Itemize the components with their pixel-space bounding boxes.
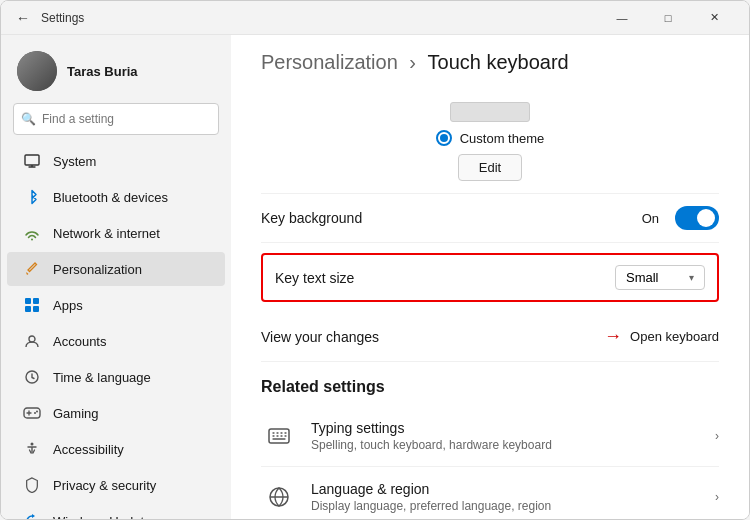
chevron-right-icon-2: › — [715, 490, 719, 504]
sidebar-label-accessibility: Accessibility — [53, 442, 124, 457]
sidebar-label-system: System — [53, 154, 96, 169]
avatar-image — [17, 51, 57, 91]
related-settings-title: Related settings — [261, 378, 719, 396]
sidebar-label-network: Network & internet — [53, 226, 160, 241]
sidebar: Taras Buria 🔍 System Bluetooth & devices — [1, 35, 231, 519]
sidebar-item-accounts[interactable]: Accounts — [7, 324, 225, 358]
key-background-row: Key background On — [261, 194, 719, 243]
user-profile: Taras Buria — [1, 43, 231, 103]
view-changes-label: View your changes — [261, 329, 379, 345]
gaming-icon — [23, 404, 41, 422]
sidebar-label-update: Windows Update — [53, 514, 151, 520]
sidebar-item-network[interactable]: Network & internet — [7, 216, 225, 250]
apps-icon — [23, 296, 41, 314]
breadcrumb-parent[interactable]: Personalization — [261, 51, 398, 73]
typing-subtitle: Spelling, touch keyboard, hardware keybo… — [311, 438, 552, 452]
minimize-button[interactable]: — — [599, 1, 645, 35]
back-button[interactable]: ← — [13, 8, 33, 28]
custom-theme-label: Custom theme — [460, 131, 545, 146]
breadcrumb: Personalization › Touch keyboard — [261, 51, 719, 74]
key-text-size-row: Key text size Small ▾ — [261, 253, 719, 302]
time-icon — [23, 368, 41, 386]
theme-section: Custom theme Edit — [261, 94, 719, 194]
sidebar-item-update[interactable]: Windows Update — [7, 504, 225, 519]
svg-point-9 — [34, 412, 36, 414]
search-input[interactable] — [13, 103, 219, 135]
maximize-button[interactable]: □ — [645, 1, 691, 35]
related-item-language[interactable]: Language & region Display language, pref… — [261, 467, 719, 519]
search-icon: 🔍 — [21, 112, 36, 126]
content-inner: Personalization › Touch keyboard Custom … — [231, 35, 749, 519]
key-background-value: On — [642, 211, 659, 226]
search-box: 🔍 — [13, 103, 219, 135]
sidebar-label-bluetooth: Bluetooth & devices — [53, 190, 168, 205]
chevron-right-icon: › — [715, 429, 719, 443]
network-icon — [23, 224, 41, 242]
typing-title: Typing settings — [311, 420, 552, 436]
svg-point-6 — [29, 336, 35, 342]
titlebar: ← Settings — □ ✕ — [1, 1, 749, 35]
window-controls: — □ ✕ — [599, 1, 737, 35]
custom-theme-radio[interactable] — [436, 130, 452, 146]
language-text: Language & region Display language, pref… — [311, 481, 551, 513]
accounts-icon — [23, 332, 41, 350]
toggle-row: On — [642, 206, 719, 230]
svg-rect-0 — [25, 155, 39, 165]
breadcrumb-current: Touch keyboard — [428, 51, 569, 73]
sidebar-item-privacy[interactable]: Privacy & security — [7, 468, 225, 502]
accessibility-icon — [23, 440, 41, 458]
sidebar-label-time: Time & language — [53, 370, 151, 385]
related-item-typing[interactable]: Typing settings Spelling, touch keyboard… — [261, 406, 719, 467]
user-name: Taras Buria — [67, 64, 138, 79]
sidebar-label-accounts: Accounts — [53, 334, 106, 349]
system-icon — [23, 152, 41, 170]
edit-button[interactable]: Edit — [458, 154, 522, 181]
key-text-size-value: Small — [626, 270, 659, 285]
sidebar-item-system[interactable]: System — [7, 144, 225, 178]
avatar — [17, 51, 57, 91]
svg-point-1 — [31, 239, 33, 241]
sidebar-item-accessibility[interactable]: Accessibility — [7, 432, 225, 466]
sidebar-item-gaming[interactable]: Gaming — [7, 396, 225, 430]
svg-rect-5 — [33, 306, 39, 312]
key-text-size-dropdown[interactable]: Small ▾ — [615, 265, 705, 290]
svg-point-10 — [36, 411, 38, 413]
main-layout: Taras Buria 🔍 System Bluetooth & devices — [1, 35, 749, 519]
window-title: Settings — [41, 11, 84, 25]
privacy-icon — [23, 476, 41, 494]
svg-point-11 — [31, 443, 34, 446]
svg-rect-3 — [33, 298, 39, 304]
key-text-size-label: Key text size — [275, 270, 354, 286]
key-background-label: Key background — [261, 210, 362, 226]
sidebar-item-apps[interactable]: Apps — [7, 288, 225, 322]
close-button[interactable]: ✕ — [691, 1, 737, 35]
sidebar-label-gaming: Gaming — [53, 406, 99, 421]
language-icon — [261, 479, 297, 515]
typing-text: Typing settings Spelling, touch keyboard… — [311, 420, 552, 452]
svg-rect-4 — [25, 306, 31, 312]
sidebar-item-personalization[interactable]: Personalization — [7, 252, 225, 286]
sidebar-item-bluetooth[interactable]: Bluetooth & devices — [7, 180, 225, 214]
open-keyboard-button[interactable]: → Open keyboard — [604, 326, 719, 347]
language-title: Language & region — [311, 481, 551, 497]
update-icon — [23, 512, 41, 519]
sidebar-label-apps: Apps — [53, 298, 83, 313]
dropdown-arrow-icon: ▾ — [689, 272, 694, 283]
titlebar-left: ← Settings — [13, 8, 84, 28]
view-changes-row: View your changes → Open keyboard — [261, 312, 719, 362]
theme-preview — [450, 102, 530, 122]
svg-rect-2 — [25, 298, 31, 304]
key-background-toggle[interactable] — [675, 206, 719, 230]
sidebar-label-privacy: Privacy & security — [53, 478, 156, 493]
sidebar-item-time[interactable]: Time & language — [7, 360, 225, 394]
open-keyboard-label: Open keyboard — [630, 329, 719, 344]
personalization-icon — [23, 260, 41, 278]
bluetooth-icon — [23, 188, 41, 206]
custom-theme-row: Custom theme — [436, 130, 545, 146]
language-subtitle: Display language, preferred language, re… — [311, 499, 551, 513]
breadcrumb-separator: › — [409, 51, 421, 73]
sidebar-label-personalization: Personalization — [53, 262, 142, 277]
content-area: Personalization › Touch keyboard Custom … — [231, 35, 749, 519]
related-item-left-lang: Language & region Display language, pref… — [261, 479, 551, 515]
settings-window: ← Settings — □ ✕ Taras Buria 🔍 — [0, 0, 750, 520]
